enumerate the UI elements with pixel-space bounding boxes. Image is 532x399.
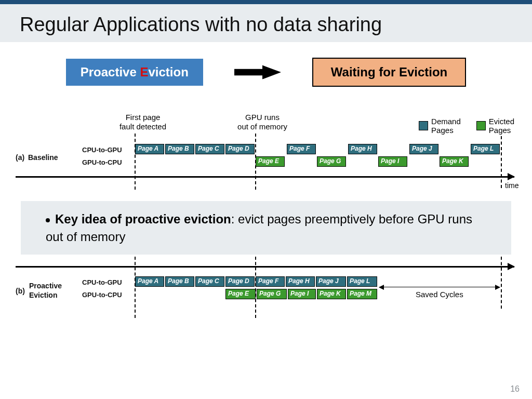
page-block: Page C (195, 144, 224, 154)
page-block: Page J (409, 144, 438, 154)
svg-marker-0 (234, 65, 281, 79)
box-left-text-a: Proactive (81, 65, 140, 79)
time-label-a: time (505, 181, 518, 190)
slide-number: 16 (510, 384, 520, 394)
page-block: Page E (256, 156, 285, 167)
page-block: Page J (316, 276, 346, 287)
saved-cycles-label: Saved Cycles (416, 290, 463, 299)
page-block: Page B (165, 276, 194, 287)
arrow-right-icon (234, 65, 281, 79)
page-block: Page G (317, 156, 346, 167)
page-block: Page D (225, 276, 255, 287)
slide-stage: Proactive Eviction Waiting for Eviction … (0, 58, 532, 324)
slide-title: Regular Applications with no data sharin… (20, 14, 512, 36)
baseline-label: Baseline (28, 153, 58, 162)
bullet-icon (46, 218, 50, 222)
time-axis-b (16, 266, 514, 268)
cpu2gpu-label-a: CPU-to-GPU (82, 146, 122, 154)
top-accent-bar (0, 0, 532, 4)
vline-oom-b (255, 257, 256, 318)
timeline-baseline: First page fault detected GPU runs out o… (16, 118, 516, 201)
baseline-tag: (a) (16, 153, 24, 162)
page-block: Page E (225, 289, 256, 299)
box-left-text-b: viction (148, 65, 188, 79)
page-block: Page I (288, 289, 316, 299)
page-block: Page F (256, 276, 285, 287)
page-block: Page C (195, 276, 224, 287)
first-fault-label: First page fault detected (109, 113, 177, 131)
page-block: Page A (135, 276, 164, 287)
page-block: Page H (348, 144, 377, 154)
waiting-box: Waiting for Eviction (312, 58, 466, 87)
page-block: Page L (347, 276, 377, 287)
time-axis-a (16, 176, 514, 178)
out-of-mem-label: GPU runs out of memory (223, 113, 301, 131)
saved-cycles-arrow (379, 287, 500, 287)
vline-first-fault-b (135, 257, 136, 318)
page-block: Page K (317, 289, 346, 299)
gpu2cpu-label-a: GPU-to-CPU (82, 158, 122, 166)
vline-end-b (501, 257, 502, 309)
concept-row: Proactive Eviction Waiting for Eviction (16, 58, 516, 87)
proactive-eviction-box: Proactive Eviction (66, 59, 203, 86)
page-block: Page A (135, 144, 164, 154)
page-block: Page M (347, 289, 377, 299)
proactive-label-b: Eviction (29, 291, 57, 299)
cpu2gpu-label-b: CPU-to-GPU (82, 278, 122, 286)
timeline-proactive: (b) Proactive Eviction CPU-to-GPU GPU-to… (16, 257, 516, 324)
proactive-label-a: Proactive (29, 282, 62, 290)
page-block: Page H (286, 276, 315, 287)
box-left-E: E (140, 65, 148, 79)
key-idea-band: Key idea of proactive eviction: evict pa… (21, 201, 511, 255)
page-block: Page L (471, 144, 500, 154)
vline-end (501, 136, 502, 188)
gpu2cpu-label-b: GPU-to-CPU (82, 291, 122, 299)
key-idea-bold: Key idea of proactive eviction (55, 212, 231, 226)
proactive-tag: (b) (16, 287, 25, 295)
vline-first-fault (135, 134, 136, 190)
page-block: Page G (257, 289, 287, 299)
page-block: Page F (287, 144, 316, 154)
page-block: Page K (440, 156, 469, 167)
page-block: Page D (225, 144, 255, 154)
title-band: Regular Applications with no data sharin… (0, 4, 532, 42)
page-block: Page B (165, 144, 194, 154)
page-block: Page I (378, 156, 407, 167)
